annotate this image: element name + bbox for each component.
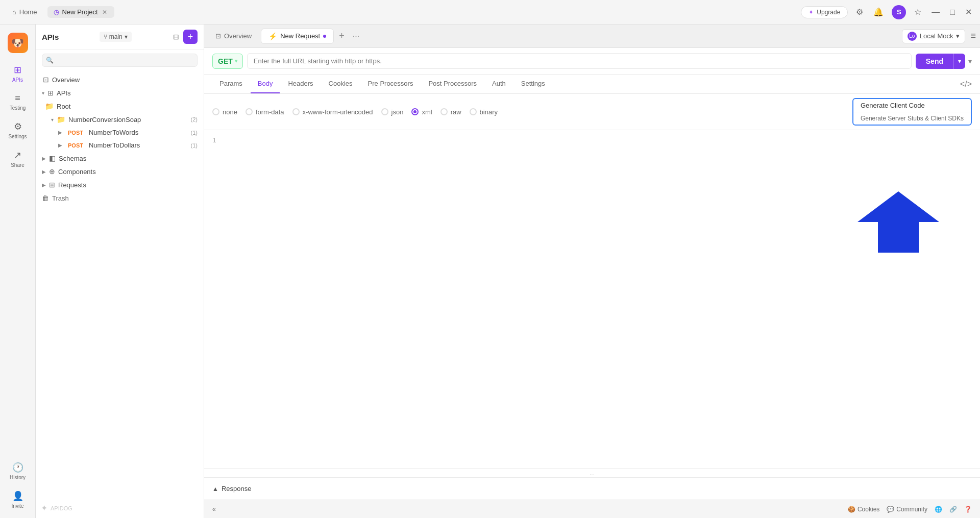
hamburger-menu-button[interactable]: ≡ [970,31,976,41]
body-option-binary[interactable]: binary [470,108,498,116]
overview-tab-icon: ⊡ [215,32,221,40]
body-option-xml[interactable]: xml [411,108,432,116]
tab-pre-processors[interactable]: Pre Processors [361,75,421,93]
tab-auth[interactable]: Auth [485,75,513,93]
sidebar-item-history[interactable]: 🕐 History [3,457,33,485]
tree-item-apis-group[interactable]: ▾ ⊞ APIs [36,86,204,100]
close-project-tab-button[interactable]: ✕ [101,9,108,16]
body-option-none[interactable]: none [212,108,237,116]
new-project-tab[interactable]: ◷ New Project ✕ [47,6,114,18]
radio-form-data [246,108,253,115]
collapse-response-button[interactable]: ▲ [212,485,218,492]
close-button[interactable]: ✕ [963,5,974,19]
tree-item-number-to-words[interactable]: ▶ POST NumberToWords (1) [36,126,204,139]
sidebar-item-share[interactable]: ↗ Share [3,144,33,173]
collapse-sidebar-button[interactable]: « [212,506,216,513]
logo-text: APIDOG [51,505,72,511]
tree-item-number-to-dollars[interactable]: ▶ POST NumberToDollars (1) [36,139,204,152]
request-tabs: Params Body Headers Cookies Pre Processo… [204,75,980,94]
branch-icon: ⑂ [104,33,107,40]
local-mock-button[interactable]: Lo Local Mock ▾ [902,29,966,43]
sidebar-item-history-label: History [10,475,26,480]
code-view-button[interactable]: </> [960,80,972,89]
resize-handle[interactable]: ... [204,468,980,477]
global-icon-button[interactable]: 🌐 [935,506,942,513]
sidebar-item-invite[interactable]: 👤 Invite [3,485,33,514]
sidebar-header: APIs ⑂ main ▾ ⊟ + [36,24,204,50]
search-input[interactable] [42,54,198,67]
more-tabs-button[interactable]: ··· [350,31,362,42]
home-icon: ⌂ [12,8,16,16]
tree-item-root[interactable]: 📁 Root [36,100,204,113]
request-icon: ⚡ [268,32,277,40]
radio-raw [440,108,448,115]
home-tab[interactable]: ⌂ Home [6,6,43,18]
send-button[interactable]: Send [916,54,953,69]
tab-new-request[interactable]: ⚡ New Request [261,29,334,44]
filter-button[interactable]: ⊟ [172,30,180,44]
components-icon: ⊕ [49,167,55,176]
branch-selector[interactable]: ⑂ main ▾ [100,32,132,42]
help-icon-button[interactable]: ❓ [964,506,972,513]
star-icon-button[interactable]: ☆ [912,5,923,19]
radio-urlencoded [292,108,300,115]
tab-post-processors[interactable]: Post Processors [421,75,484,93]
local-mock-arrow-icon: ▾ [956,32,960,40]
add-tab-button[interactable]: + [336,30,348,42]
tab-cookies[interactable]: Cookies [322,75,360,93]
tree-item-requests[interactable]: ▶ ⊞ Requests [36,178,204,191]
hanger-icon-button[interactable]: 🔗 [949,506,957,513]
bottom-bar: « 🍪 Cookies 💬 Community 🌐 🔗 ❓ [204,500,980,518]
radio-none [212,108,219,115]
tab-settings[interactable]: Settings [514,75,552,93]
tab-params[interactable]: Params [212,75,250,93]
tab-overview[interactable]: ⊡ Overview [208,29,259,43]
tab-headers[interactable]: Headers [281,75,320,93]
branch-arrow-icon: ▾ [125,33,128,40]
cookies-button[interactable]: 🍪 Cookies [848,506,879,513]
response-label: Response [222,485,252,492]
tree-item-trash[interactable]: 🗑 Trash [36,191,204,205]
sidebar-item-apis[interactable]: ⊞ APIs [3,59,33,88]
sidebar-item-testing[interactable]: ≡ Testing [3,88,33,116]
radio-binary [470,108,477,115]
generate-client-box: Generate Client Code Generate Server Stu… [852,98,972,126]
generate-server-stubs-button[interactable]: Generate Server Stubs & Client SDKs [853,112,971,125]
community-button[interactable]: 💬 Community [887,506,927,513]
tab-body[interactable]: Body [251,75,280,93]
radio-json [381,108,388,115]
history-icon: 🕐 [12,462,23,473]
resize-dots: ... [590,470,595,477]
body-option-form-data[interactable]: form-data [246,108,284,116]
generate-client-code-button[interactable]: Generate Client Code [853,99,971,112]
expand-icon: ▶ [42,156,46,161]
tree-item-number-conversion[interactable]: ▾ 📁 NumberConversionSoap (2) [36,113,204,126]
settings-icon: ⚙ [14,121,22,132]
tree-item-overview[interactable]: ⊡ Overview [36,73,204,86]
method-selector[interactable]: GET ▾ [212,54,243,69]
sidebar-title: APIs [42,33,59,41]
project-icon: ◷ [54,8,59,16]
sidebar-item-settings[interactable]: ⚙ Settings [3,116,33,144]
expand-icon: ▾ [42,90,44,96]
overview-icon: ⊡ [43,76,49,84]
body-option-urlencoded[interactable]: x-www-form-urlencoded [292,108,373,116]
testing-icon: ≡ [15,93,20,104]
tree-item-schemas[interactable]: ▶ ◧ Schemas [36,152,204,165]
minimize-button[interactable]: — [929,6,942,19]
body-option-json[interactable]: json [381,108,404,116]
tab-bar: ⊡ Overview ⚡ New Request + ··· Lo Local … [204,24,980,48]
svg-marker-0 [857,191,939,253]
upgrade-button[interactable]: ✦ Upgrade [801,6,848,18]
url-expand-button[interactable]: ▾ [968,57,972,65]
avatar[interactable]: S [892,5,906,19]
send-dropdown-button[interactable]: ▾ [953,54,965,69]
expand-icon: ▶ [42,169,46,175]
bell-icon-button[interactable]: 🔔 [871,5,886,19]
settings-icon-button[interactable]: ⚙ [854,5,865,19]
tree-item-components[interactable]: ▶ ⊕ Components [36,165,204,178]
url-input[interactable] [247,53,912,69]
add-item-button[interactable]: + [183,30,198,44]
maximize-button[interactable]: □ [948,6,957,19]
body-option-raw[interactable]: raw [440,108,461,116]
